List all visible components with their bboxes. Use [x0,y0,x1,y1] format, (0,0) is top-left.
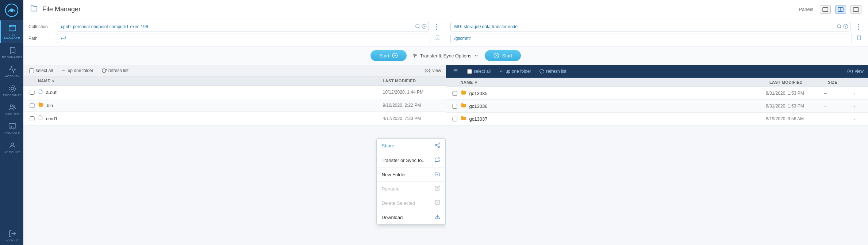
context-menu-delete[interactable]: Delete Selected [377,196,445,210]
right-list-view-icon[interactable] [450,67,461,75]
left-collection-input[interactable] [57,22,429,31]
table-row[interactable]: a.out 10/12/2020, 1:44 PM [23,86,446,99]
table-row[interactable]: gc13037 8/19/2020, 9:56 AM – › [446,113,868,125]
context-menu-transfer-sync[interactable]: Transfer or Sync to... [377,153,445,168]
left-select-all-item[interactable]: select all [28,67,54,74]
right-up-one-folder-btn[interactable]: up one folder [497,68,533,75]
right-view-btn[interactable]: view [847,68,864,74]
sync-options-button[interactable]: Transfer & Sync Options [412,53,479,59]
right-name-header[interactable]: NAME ∨ [461,80,770,84]
sidebar-item-endpoints[interactable]: ENDPOINTS [0,81,23,100]
file-row-checkbox[interactable] [28,116,37,121]
row-chevron-icon[interactable]: › [853,116,864,122]
sidebar-item-label: CONSOLE [4,132,20,135]
left-select-all-checkbox[interactable] [29,68,34,73]
left-list-header: NAME ∨ LAST MODIFIED [23,76,446,86]
file-modified-cell: 4/17/2020, 7:33 PM [383,116,441,121]
single-left-panel-btn[interactable] [820,5,831,14]
file-name-cell: gc13036 [459,103,766,109]
table-row[interactable]: gc13035 8/31/2020, 1:53 PM – › [446,87,868,100]
file-icon [38,88,43,96]
left-refresh-btn[interactable]: refresh list [100,67,130,74]
svg-point-1 [10,8,14,12]
right-select-all-label: select all [474,69,491,74]
svg-point-4 [9,86,15,92]
single-right-panel-btn[interactable] [850,5,861,14]
svg-point-25 [438,143,439,144]
left-up-one-folder-btn[interactable]: up one folder [59,67,95,74]
context-menu-rename[interactable]: Rename [377,182,445,196]
table-row[interactable]: cmd1 4/17/2020, 7:33 PM [23,112,446,125]
left-collection-row: Collection [28,22,441,31]
svg-rect-7 [9,124,15,128]
left-name-header[interactable]: NAME ∨ [38,79,383,83]
right-select-all-item[interactable]: select all [466,68,492,75]
left-panel-toolbar: select all up one folder refresh list [23,65,446,76]
left-collection-search-icon[interactable] [415,24,420,30]
left-select-all-label: select all [36,68,53,73]
sidebar-item-label: LOGOUT [5,239,19,242]
table-row[interactable]: gc13036 8/31/2020, 1:53 PM – › [446,100,868,113]
sidebar-item-account[interactable]: ACCOUNT [0,138,23,157]
left-path-bookmark-icon[interactable] [433,34,441,43]
left-path-input[interactable] [57,34,430,43]
sidebar-item-label: ACTIVITY [5,75,19,78]
left-collection-menu-btn[interactable]: ⋮ [432,22,441,31]
new-folder-icon [434,172,440,178]
left-collection-clear-icon[interactable] [422,24,427,30]
sidebar-item-logout[interactable]: LOGOUT [0,226,23,245]
row-chevron-icon[interactable]: › [853,103,864,109]
sidebar-item-activity[interactable]: ACTIVITY [0,62,23,81]
context-menu-share[interactable]: Share [377,139,445,153]
folder-icon [38,102,44,109]
sidebar-item-groups[interactable]: GROUPS [0,100,23,119]
left-endpoint-section: Collection [28,22,441,43]
panels-label: Panels [799,7,813,12]
svg-rect-12 [853,7,859,11]
split-panel-btn[interactable] [835,5,846,14]
file-name-cell: bin [37,102,383,109]
app-logo[interactable] [0,0,23,20]
file-name-cell: gc13037 [459,116,766,122]
file-manager-icon [30,4,38,14]
context-menu-new-folder[interactable]: New Folder [377,168,445,182]
file-panels: select all up one folder refresh list [23,65,868,245]
start-right-button[interactable]: Start [485,50,521,61]
sidebar-item-label: ENDPOINTS [3,94,22,97]
file-row-checkbox[interactable] [450,117,459,121]
right-path-bookmark-icon[interactable] [855,34,863,43]
right-select-all-checkbox[interactable] [467,69,472,74]
right-path-input[interactable] [450,34,852,43]
table-row[interactable]: bin 9/10/2020, 2:22 PM [23,99,446,112]
sidebar: FILE MANAGER BOOKMARKS ACTIVITY ENDPOINT… [0,0,23,245]
sidebar-item-file-manager[interactable]: FILE MANAGER [0,20,23,43]
folder-icon [461,103,466,109]
row-chevron-icon[interactable]: › [853,91,864,96]
svg-point-21 [414,56,415,57]
right-collection-clear-icon[interactable] [843,24,848,30]
left-modified-header[interactable]: LAST MODIFIED [383,79,441,83]
right-file-panel: select all up one folder refresh list [446,65,868,245]
right-collection-menu-btn[interactable]: ⋮ [853,22,863,31]
right-collection-search-icon[interactable] [837,24,842,30]
svg-marker-23 [496,54,497,56]
right-collection-input[interactable] [450,22,851,31]
right-refresh-label: refresh list [546,69,566,74]
context-menu-download[interactable]: Download [377,210,445,224]
right-modified-header[interactable]: LAST MODIFIED [769,80,828,84]
start-left-button[interactable]: Start [370,50,407,61]
file-row-checkbox[interactable] [28,103,37,108]
right-endpoint-section: ⋮ [446,22,863,43]
sidebar-item-console[interactable]: CONSOLE [0,119,23,138]
sidebar-item-bookmarks[interactable]: BOOKMARKS [0,43,23,62]
file-row-checkbox[interactable] [450,91,459,96]
right-size-header[interactable]: SIZE [828,80,857,84]
right-refresh-btn[interactable]: refresh list [538,68,568,75]
left-view-btn[interactable]: view [425,68,441,74]
left-path-row: Path [28,34,441,43]
file-row-checkbox[interactable] [28,90,37,95]
context-menu: Share Transfer or Sync to... [376,138,446,225]
right-collection-row: ⋮ [450,22,863,31]
file-row-checkbox[interactable] [450,104,459,109]
left-collection-label: Collection [28,24,54,29]
